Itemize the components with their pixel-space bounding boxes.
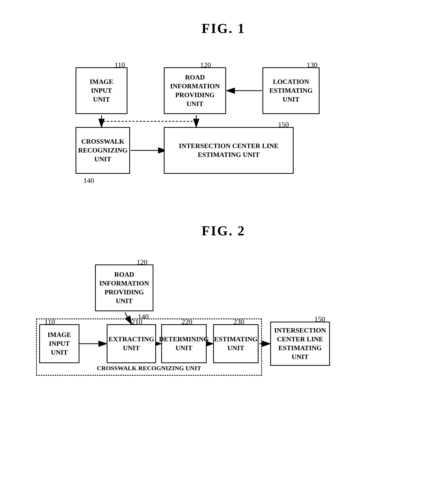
fig1-location-num: 130	[307, 61, 317, 69]
fig2-image-input-box: IMAGE INPUT UNIT	[39, 324, 79, 363]
fig2-crosswalk-dashed-label: CROSSWALK RECOGNIZING UNIT	[97, 364, 201, 372]
fig1-intersection-box: INTERSECTION CENTER LINE ESTIMATING UNIT	[164, 127, 294, 174]
fig2-title: FIG. 2	[21, 223, 426, 238]
fig2-intersection-box: INTERSECTION CENTER LINE ESTIMATING UNIT	[270, 322, 330, 366]
fig2-image-input-label: IMAGE INPUT UNIT	[48, 330, 71, 357]
fig1-image-input-num: 110	[114, 61, 125, 69]
fig2-road-info-num: 120	[137, 258, 147, 266]
fig2-road-info-box: ROAD INFORMATION PROVIDING UNIT	[95, 264, 153, 311]
fig2-image-input-num: 110	[44, 318, 55, 326]
fig1-crosswalk-num: 140	[83, 176, 94, 185]
fig1-crosswalk-label: CROSSWALK RECOGNIZING UNIT	[78, 137, 128, 163]
fig2-estimating-box: ESTIMATING UNIT	[213, 324, 259, 363]
fig1-intersection-label: INTERSECTION CENTER LINE ESTIMATING UNIT	[179, 142, 279, 159]
fig2-determining-label: DETERMINING UNIT	[159, 335, 209, 353]
fig1-location-box: LOCATION ESTIMATING UNIT	[262, 67, 320, 114]
fig2-extracting-box: EXTRACTING UNIT	[107, 324, 156, 363]
fig1-image-input-box: IMAGE INPUT UNIT	[76, 67, 127, 114]
fig1-title: FIG. 1	[21, 21, 426, 36]
fig2-estimating-label: ESTIMATING UNIT	[214, 335, 258, 353]
fig2-extracting-num: 210	[131, 318, 142, 326]
fig1-crosswalk-box: CROSSWALK RECOGNIZING UNIT	[76, 127, 130, 174]
page: FIG. 1	[0, 0, 447, 504]
fig1-road-info-label: ROAD INFORMATION PROVIDING UNIT	[167, 73, 223, 108]
fig1-image-input-label: IMAGE INPUT UNIT	[90, 77, 113, 104]
fig1-location-label: LOCATION ESTIMATING UNIT	[269, 77, 313, 104]
fig1-road-info-box: ROAD INFORMATION PROVIDING UNIT	[164, 67, 226, 114]
fig2-diagram: ROAD INFORMATION PROVIDING UNIT 120 CROS…	[21, 249, 426, 426]
fig1-intersection-num: 150	[278, 121, 289, 129]
fig2-determining-box: DETERMINING UNIT	[161, 324, 207, 363]
fig2-extracting-label: EXTRACTING UNIT	[109, 335, 154, 353]
fig2-intersection-num: 150	[314, 315, 325, 323]
fig2-determining-num: 220	[181, 318, 192, 326]
fig1-road-info-num: 120	[200, 61, 211, 69]
fig2-road-info-label: ROAD INFORMATION PROVIDING UNIT	[98, 270, 150, 305]
fig2-area: ROAD INFORMATION PROVIDING UNIT 120 CROS…	[29, 249, 418, 426]
fig1-area: IMAGE INPUT UNIT 110 ROAD INFORMATION PR…	[68, 47, 379, 208]
fig1-diagram: IMAGE INPUT UNIT 110 ROAD INFORMATION PR…	[21, 47, 426, 208]
fig2-intersection-label: INTERSECTION CENTER LINE ESTIMATING UNIT	[274, 326, 327, 361]
fig2-estimating-num: 230	[233, 318, 244, 326]
